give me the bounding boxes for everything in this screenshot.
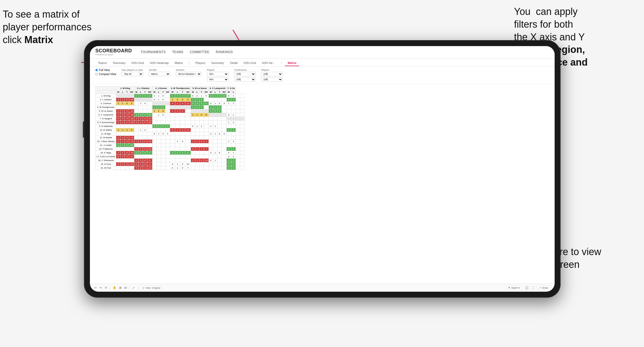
cell-r1-g5-v0: [209, 98, 213, 101]
tab-matrix-active[interactable]: Matrix: [285, 60, 299, 66]
filter-players-select[interactable]: (All): [261, 72, 283, 76]
tab-players-detail[interactable]: Detail: [227, 60, 240, 66]
cell-r9-g2-v1: [157, 128, 161, 132]
nav-tournaments[interactable]: TOURNAMENTS: [140, 49, 166, 55]
cell-r7-g1-v0: 2: [134, 120, 138, 124]
cell-r19-g0-v1: [121, 166, 125, 170]
cell-r17-g3-v0: [170, 158, 175, 162]
cell-r7-g0-v3: -45: [129, 120, 134, 124]
tab-teams[interactable]: Teams: [95, 60, 109, 66]
cell-r13-g2-v2: [161, 143, 165, 147]
cell-r2-g1-v0: [134, 101, 138, 105]
cell-r18-g0-v2: 0: [125, 162, 129, 166]
cell-r9-g3-v0: 0: [170, 128, 175, 132]
cell-r15-g5-v1: 1: [213, 151, 217, 155]
tab-matrix[interactable]: Matrix: [172, 60, 186, 66]
watch-button[interactable]: 👁 Watch ▾: [506, 286, 522, 290]
th-l1: L: [121, 90, 125, 94]
cell-r9-g5-v3: [222, 128, 227, 132]
cell-r9-g0-v2: 1: [125, 128, 129, 132]
filter-region-select[interactable]: N/A: [207, 72, 229, 76]
cell-r8-g5-v2: [217, 124, 222, 128]
cell-r10-g4-v2: [199, 132, 204, 136]
filter-conference-select2[interactable]: (All): [234, 77, 256, 82]
cell-r19-g5-v1: [213, 166, 217, 170]
cell-r11-g1-v2: [143, 136, 147, 139]
th-t1: T: [125, 90, 129, 94]
row-label-0: 1. W Ding: [96, 94, 116, 98]
cell-r17-g1-v3: 0: [147, 158, 152, 162]
tab-h2h-grid[interactable]: H2H Grid: [129, 60, 147, 66]
compact-view-input[interactable]: [95, 73, 98, 75]
compact-view-radio[interactable]: Compact View: [95, 73, 116, 76]
cell-r5-g6-v1: 1: [231, 113, 236, 117]
cell-r4-g4-v0: [191, 109, 195, 113]
cell-r18-g3-v0: 0: [170, 162, 175, 166]
screen-icon[interactable]: ⬜: [525, 286, 529, 290]
row-label-19: 20. M Ford: [96, 166, 116, 170]
filter-region-select2[interactable]: N/A: [207, 77, 229, 82]
cell-r17-g4-v3: -10: [204, 158, 209, 162]
filter-region-label: Region: [207, 69, 229, 71]
cell-r17-g3-v2: [180, 158, 185, 162]
filter-division-select[interactable]: NCAA Division I: [176, 72, 201, 76]
cell-r2-g5-v3: 3: [222, 101, 227, 105]
redo-icon[interactable]: ↪: [99, 286, 102, 290]
tab-players-h2h-grid[interactable]: H2H Grid: [241, 60, 259, 66]
share-button[interactable]: ↗ Share: [537, 286, 550, 290]
cell-r1-g0-v2: 0: [125, 98, 129, 101]
view-original-label: View: Original: [145, 287, 160, 289]
cell-r1-g0-v3: -16: [129, 98, 134, 101]
cell-r13-g2-v3: [165, 143, 170, 147]
cell-r9-g6-v3: [240, 128, 244, 132]
th-dif6: Dif: [222, 90, 227, 94]
nav-rankings[interactable]: RANKINGS: [215, 49, 233, 55]
cell-r15-g0-v0: 2: [116, 151, 121, 155]
cell-r1-g6-v3: [240, 98, 244, 101]
th-t4: T: [180, 90, 185, 94]
cell-r7-g3-v3: [185, 120, 191, 124]
cell-r2-g4-v3: 11: [204, 101, 209, 105]
filter-players-select2[interactable]: (All): [261, 77, 283, 82]
fullscreen-icon[interactable]: ⛶: [531, 286, 534, 290]
full-view-input[interactable]: [95, 69, 98, 71]
view-original-icon: ⊙: [142, 287, 145, 289]
cell-r16-g3-v1: [175, 155, 180, 158]
tab-summary[interactable]: Summary: [110, 60, 128, 66]
row-label-9: 10. B Valdes: [96, 128, 116, 132]
tab-players[interactable]: Players: [193, 60, 208, 66]
cell-r5-g6-v2: [236, 113, 240, 117]
cell-r6-g2-v0: [152, 117, 157, 120]
filter-conference-select[interactable]: (All): [234, 72, 256, 76]
view-original-button[interactable]: ⊙ View: Original: [141, 286, 162, 290]
zoom-out-icon[interactable]: ⊟: [124, 286, 127, 290]
undo-icon[interactable]: ↩: [94, 286, 97, 290]
cell-r7-g6-v2: [236, 120, 240, 124]
cell-r19-g4-v3: [204, 166, 209, 170]
tab-h2h-heatmap[interactable]: H2H Heatmap: [147, 60, 171, 66]
nav-teams[interactable]: TEAMS: [171, 49, 184, 55]
cell-r1-g4-v1: 0: [195, 98, 199, 101]
cell-r4-g1-v3: [147, 109, 152, 113]
cell-r16-g0-v0: 2: [116, 155, 121, 158]
cell-r0-g0-v1: [121, 94, 125, 98]
filter-max-players-select[interactable]: Top 25: [122, 72, 143, 76]
cell-r6-g1-v1: 2: [138, 117, 143, 120]
nav-committee[interactable]: COMMITTEE: [189, 49, 210, 55]
tab-players-summary[interactable]: Summary: [209, 60, 227, 66]
cell-r13-g6-v1: [231, 143, 236, 147]
cell-r17-g1-v1: 3: [138, 158, 143, 162]
cell-r19-g5-v0: [209, 166, 213, 170]
filter-views: Full View Compact View: [95, 69, 116, 76]
cell-r13-g5-v2: [217, 143, 222, 147]
tab-players-h2h-he[interactable]: H2H He...: [259, 60, 278, 66]
zoom-in-icon[interactable]: ⊞: [119, 286, 122, 290]
hand-icon[interactable]: ✋: [113, 286, 116, 290]
cell-r15-g4-v3: [204, 151, 209, 155]
full-view-radio[interactable]: Full View: [95, 69, 116, 72]
refresh-icon[interactable]: ↺: [105, 286, 107, 290]
filter-gender-select[interactable]: Men's: [149, 72, 170, 76]
fit-icon[interactable]: ⤢: [132, 286, 135, 290]
cell-r12-g6-v0: 1: [226, 139, 231, 143]
cell-r15-g6-v1: 1: [231, 151, 236, 155]
